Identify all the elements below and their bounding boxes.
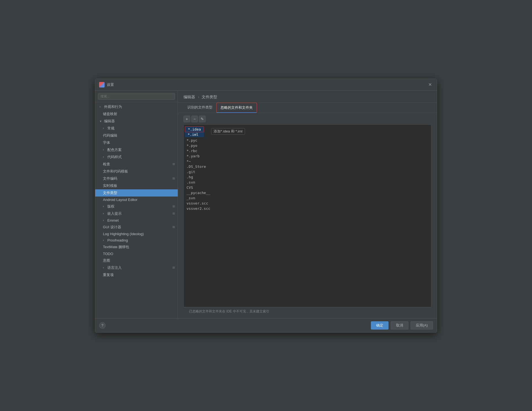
search-input[interactable] bbox=[98, 93, 175, 100]
list-item[interactable]: _svn bbox=[184, 195, 431, 201]
sidebar-item-copyright[interactable]: › 版权 ⊞ bbox=[95, 203, 178, 210]
sidebar-item-live-templates[interactable]: 实时模板 bbox=[95, 182, 178, 189]
chevron-icon: › bbox=[103, 205, 106, 208]
sidebar-item-label: 文件和代码模板 bbox=[103, 169, 128, 174]
external-icon: ⊞ bbox=[172, 177, 175, 180]
sidebar-item-label: Android Layout Editor bbox=[103, 198, 137, 202]
tab-label: 忽略的文件和文件夹 bbox=[220, 105, 253, 110]
sidebar-item-label: 编辑器 bbox=[104, 119, 115, 124]
sidebar-item-label: 代码编辑 bbox=[103, 133, 117, 138]
sidebar-item-label: Proofreading bbox=[107, 238, 128, 242]
list-item[interactable]: .hg bbox=[184, 174, 431, 180]
highlighted-file-idea[interactable]: *.idea bbox=[185, 126, 204, 132]
list-item[interactable]: .git bbox=[184, 169, 431, 174]
sidebar-item-color-scheme[interactable]: › 配色方案 bbox=[95, 146, 178, 153]
list-item[interactable]: vssver.scc bbox=[184, 201, 431, 206]
sidebar-item-todo[interactable]: TODO bbox=[95, 251, 178, 257]
list-item[interactable]: vssver2.scc bbox=[184, 206, 431, 211]
close-button[interactable]: ✕ bbox=[427, 82, 433, 88]
breadcrumb-part-2: 文件类型 bbox=[202, 95, 217, 99]
sidebar-item-label: 代码样式 bbox=[107, 155, 122, 160]
dialog-title: 设置 bbox=[107, 82, 427, 87]
remove-button[interactable]: − bbox=[191, 116, 198, 122]
highlighted-file-iml[interactable]: *.iml bbox=[185, 132, 204, 137]
sidebar-item-label: 语言注入 bbox=[107, 265, 122, 270]
sidebar-item-editor[interactable]: ∨ 编辑器 bbox=[95, 118, 178, 125]
sidebar-item-label: 字体 bbox=[103, 140, 110, 145]
chevron-icon: › bbox=[103, 219, 106, 222]
chevron-icon: › bbox=[103, 266, 106, 269]
sidebar-item-label: TODO bbox=[103, 252, 113, 256]
breadcrumb-separator: › bbox=[198, 95, 199, 99]
external-icon: ⊞ bbox=[172, 212, 175, 215]
toolbar: + − ✎ bbox=[183, 116, 431, 122]
sidebar-item-file-types[interactable]: 文件类型 bbox=[95, 189, 178, 197]
file-list[interactable]: *.idea *.iml 添加*.idea 和 *.iml *.pyc *.py… bbox=[183, 124, 431, 307]
list-item[interactable]: .DS_Store bbox=[184, 164, 431, 169]
sidebar-item-duplicates[interactable]: 重复项 bbox=[95, 271, 178, 279]
sidebar-item-label: 文件编码 bbox=[103, 176, 117, 181]
sidebar-item-label: 实时模板 bbox=[103, 183, 117, 188]
sidebar: › 外观和行为 键盘映射 ∨ 编辑器 › 常规 bbox=[95, 91, 178, 318]
sidebar-item-android-layout-editor[interactable]: Android Layout Editor bbox=[95, 197, 178, 203]
list-item[interactable]: .svn bbox=[184, 180, 431, 185]
tabs: 识别的文件类型 忽略的文件和文件夹 bbox=[178, 103, 437, 113]
dialog-footer: ? 确定 取消 应用(A) bbox=[95, 318, 437, 332]
app-icon bbox=[99, 82, 105, 87]
chevron-icon: › bbox=[103, 239, 106, 242]
sidebar-item-log-highlighting[interactable]: Log Highlighting (Ideolog) bbox=[95, 231, 178, 237]
external-icon: ⊞ bbox=[172, 225, 175, 229]
add-button[interactable]: + bbox=[183, 116, 190, 122]
cancel-button[interactable]: 取消 bbox=[391, 321, 408, 330]
status-text: 已忽略的文件和文件夹在 IDE 中不可见，且未建立索引 bbox=[189, 309, 269, 313]
sidebar-item-textmate[interactable]: TextMate 捆绑包 bbox=[95, 243, 178, 251]
tab-label: 识别的文件类型 bbox=[187, 105, 212, 109]
list-item[interactable]: *.rbc bbox=[184, 148, 431, 153]
dialog-body: › 外观和行为 键盘映射 ∨ 编辑器 › 常规 bbox=[95, 91, 437, 318]
list-item[interactable]: *.pyo bbox=[184, 143, 431, 148]
sidebar-item-label: 重复项 bbox=[103, 272, 114, 277]
sidebar-item-proofreading[interactable]: › Proofreading bbox=[95, 237, 178, 243]
sidebar-item-label: 版权 bbox=[107, 204, 115, 209]
sidebar-item-code-style[interactable]: › 代码样式 bbox=[95, 153, 178, 161]
sidebar-item-general[interactable]: › 常规 bbox=[95, 125, 178, 132]
sidebar-item-label: GUI 设计器 bbox=[103, 225, 121, 230]
sidebar-item-label: 配色方案 bbox=[107, 147, 122, 152]
annotation-text: 添加*.idea 和 *.iml bbox=[211, 128, 245, 135]
sidebar-item-language-injections[interactable]: › 语言注入 ⊞ bbox=[95, 264, 178, 271]
sidebar-item-inspections[interactable]: 检查 ⊞ bbox=[95, 161, 178, 168]
apply-button[interactable]: 应用(A) bbox=[411, 321, 433, 330]
sidebar-item-inlay-hints[interactable]: › 嵌入提示 ⊞ bbox=[95, 210, 178, 217]
sidebar-list: › 外观和行为 键盘映射 ∨ 编辑器 › 常规 bbox=[95, 102, 178, 318]
list-item[interactable]: *~ bbox=[184, 159, 431, 164]
chevron-icon: › bbox=[103, 212, 106, 215]
list-item[interactable]: *.yarb bbox=[184, 153, 431, 159]
sidebar-item-file-code-templates[interactable]: 文件和代码模板 bbox=[95, 168, 178, 175]
breadcrumb: 编辑器 › 文件类型 bbox=[178, 91, 437, 103]
sidebar-item-keymap[interactable]: 键盘映射 bbox=[95, 110, 178, 118]
chevron-icon: › bbox=[103, 155, 106, 158]
titlebar: 设置 ✕ bbox=[95, 79, 437, 91]
status-bar: 已忽略的文件和文件夹在 IDE 中不可见，且未建立索引 bbox=[183, 307, 431, 315]
list-item[interactable]: *.pyc bbox=[184, 138, 431, 143]
tab-ignored[interactable]: 忽略的文件和文件夹 bbox=[216, 103, 257, 113]
external-icon: ⊞ bbox=[172, 266, 175, 269]
sidebar-item-file-encoding[interactable]: 文件编码 ⊞ bbox=[95, 175, 178, 182]
sidebar-item-label: TextMate 捆绑包 bbox=[103, 245, 129, 250]
list-item[interactable]: CVS bbox=[184, 185, 431, 190]
sidebar-item-emmet[interactable]: › Emmet bbox=[95, 217, 178, 224]
sidebar-item-label: 常规 bbox=[107, 126, 115, 131]
ok-button[interactable]: 确定 bbox=[371, 321, 389, 330]
sidebar-item-code-editing[interactable]: 代码编辑 bbox=[95, 132, 178, 139]
edit-button[interactable]: ✎ bbox=[199, 116, 206, 122]
sidebar-item-intentions[interactable]: 意图 bbox=[95, 257, 178, 264]
chevron-icon: › bbox=[103, 127, 106, 130]
sidebar-item-appearance[interactable]: › 外观和行为 bbox=[95, 103, 178, 110]
sidebar-item-gui-designer[interactable]: GUI 设计器 ⊞ bbox=[95, 224, 178, 231]
sidebar-item-label: 外观和行为 bbox=[104, 104, 122, 109]
help-button[interactable]: ? bbox=[99, 322, 106, 329]
sidebar-item-font[interactable]: 字体 bbox=[95, 139, 178, 146]
list-item[interactable]: __pycache__ bbox=[184, 190, 431, 195]
tab-recognized[interactable]: 识别的文件类型 bbox=[183, 103, 216, 113]
settings-dialog: 设置 ✕ › 外观和行为 键盘映射 ∨ 编辑器 bbox=[95, 79, 437, 333]
